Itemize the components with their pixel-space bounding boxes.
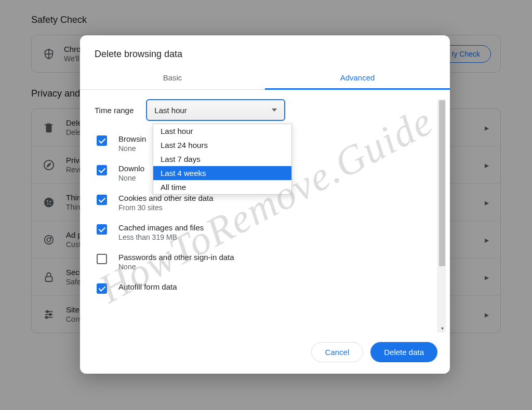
time-range-value: Last hour [154,106,187,115]
option-last-4-weeks[interactable]: Last 4 weeks [153,166,291,180]
scroll-thumb[interactable] [439,100,445,266]
tab-basic[interactable]: Basic [80,65,265,90]
scrollbar[interactable]: ▴ ▾ [437,99,446,333]
option-last-7-days[interactable]: Last 7 days [153,152,291,166]
option-all-time[interactable]: All time [153,180,291,194]
time-range-select[interactable]: Last hour [146,99,285,121]
checkbox-cached-images[interactable] [97,224,107,235]
delete-browsing-data-dialog: Delete browsing data Basic Advanced Time… [80,35,450,374]
checkbox-passwords[interactable] [97,254,107,264]
item-passwords: Passwords and other sign-in dataNone [95,253,431,271]
time-range-label: Time range [95,106,134,115]
time-range-dropdown: Last hour Last 24 hours Last 7 days Last… [153,124,292,195]
item-cached-images: Cached images and filesLess than 319 MB [95,223,431,241]
checkbox-browsing-history[interactable] [97,135,107,146]
delete-data-button[interactable]: Delete data [370,342,437,362]
checkbox-cookies[interactable] [97,195,107,205]
cancel-button[interactable]: Cancel [311,342,364,362]
option-last-24-hours[interactable]: Last 24 hours [153,138,291,152]
item-autofill: Autofill form data [95,282,431,294]
dialog-title: Delete browsing data [95,49,435,60]
checkbox-autofill[interactable] [97,283,107,294]
checkbox-download-history[interactable] [97,165,107,175]
tab-advanced[interactable]: Advanced [265,65,450,90]
scroll-down-icon[interactable]: ▾ [438,324,446,333]
caret-down-icon [272,108,277,112]
dialog-tabs: Basic Advanced [80,65,450,90]
option-last-hour[interactable]: Last hour [153,124,291,138]
time-range-row: Time range Last hour Last hour Last 24 h… [95,99,431,121]
item-cookies: Cookies and other site dataFrom 30 sites [95,194,431,212]
